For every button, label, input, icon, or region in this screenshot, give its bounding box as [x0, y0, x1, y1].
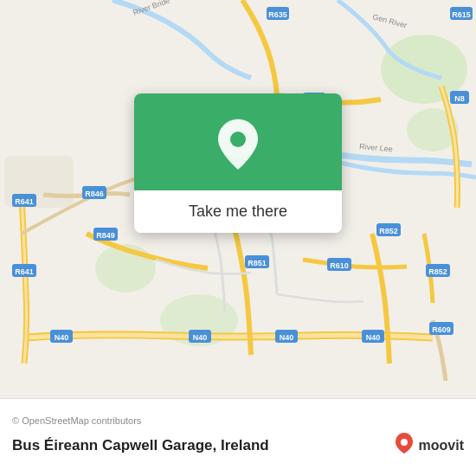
- svg-text:R609: R609: [432, 325, 451, 334]
- moovit-pin-icon: [392, 431, 416, 455]
- svg-text:N40: N40: [55, 333, 69, 342]
- svg-text:N40: N40: [366, 333, 381, 342]
- popup-card: Take me there: [134, 93, 342, 233]
- svg-text:R846: R846: [85, 190, 104, 198]
- svg-text:N8: N8: [454, 94, 465, 103]
- moovit-wordmark: moovit: [419, 438, 464, 453]
- svg-point-44: [230, 132, 246, 147]
- svg-text:R635: R635: [268, 10, 287, 19]
- moovit-logo: moovit: [392, 431, 464, 460]
- svg-text:R615: R615: [452, 10, 471, 19]
- svg-text:R610: R610: [330, 261, 349, 270]
- svg-text:R852: R852: [428, 267, 447, 276]
- location-row: Bus Éireann Capwell Garage, Ireland moov…: [12, 431, 464, 460]
- take-me-there-button[interactable]: Take me there: [134, 190, 342, 233]
- location-name: Bus Éireann Capwell Garage, Ireland: [12, 437, 269, 454]
- popup-header: [134, 93, 342, 190]
- svg-text:R641: R641: [15, 197, 34, 206]
- location-pin-icon: [215, 118, 261, 171]
- svg-text:R641: R641: [15, 267, 34, 276]
- svg-point-45: [401, 439, 408, 446]
- copyright-text: © OpenStreetMap contributors: [12, 415, 464, 426]
- svg-text:N40: N40: [280, 333, 294, 342]
- moovit-m-letter: [392, 431, 416, 460]
- svg-text:R852: R852: [379, 227, 398, 235]
- map-container: R615 N8 R635 R614 R846 R641 R641 R849: [0, 0, 476, 476]
- info-bar: © OpenStreetMap contributors Bus Éireann…: [0, 398, 476, 476]
- svg-text:R849: R849: [96, 231, 115, 240]
- svg-text:N40: N40: [193, 333, 208, 342]
- svg-text:R851: R851: [248, 259, 267, 267]
